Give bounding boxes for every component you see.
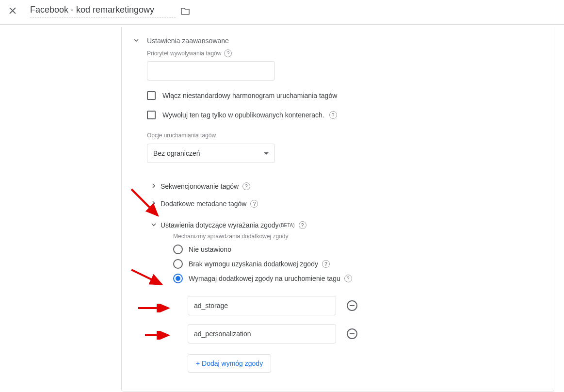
- checkbox-icon: [147, 111, 156, 119]
- advanced-settings-heading: Ustawienia zaawansowane: [147, 37, 229, 45]
- help-icon[interactable]: ?: [329, 111, 337, 119]
- custom-schedule-checkbox-row[interactable]: Włącz niestandardowy harmonogram urucham…: [147, 91, 542, 100]
- close-icon[interactable]: [9, 6, 16, 16]
- tag-sequencing-toggle[interactable]: Sekwencjonowanie tagów ?: [133, 182, 542, 190]
- help-icon[interactable]: ?: [242, 182, 250, 190]
- firing-options-select[interactable]: Bez ograniczeń: [147, 144, 275, 163]
- tag-sequencing-label: Sekwencjonowanie tagów: [161, 182, 239, 190]
- radio-icon: [173, 274, 183, 283]
- chevron-right-icon: [147, 182, 161, 190]
- tag-title-input[interactable]: [30, 5, 176, 17]
- chevron-down-icon: [133, 37, 147, 45]
- published-only-checkbox-row[interactable]: Wywołuj ten tag tylko w opublikowanych k…: [147, 111, 542, 119]
- radio-icon: [173, 259, 183, 269]
- consent-radio-not-set[interactable]: Nie ustawiono: [173, 245, 542, 254]
- custom-schedule-label: Włącz niestandardowy harmonogram urucham…: [162, 92, 337, 99]
- folder-icon[interactable]: [180, 7, 190, 16]
- dropdown-icon: [264, 152, 269, 155]
- published-only-label: Wywołuj ten tag tylko w opublikowanych k…: [162, 111, 324, 119]
- consent-subtitle: Mechanizmy sprawdzania dodatkowej zgody: [173, 233, 542, 240]
- advanced-settings-toggle[interactable]: Ustawienia zaawansowane: [133, 37, 542, 45]
- consent-type-input[interactable]: [188, 296, 336, 315]
- tag-metadata-label: Dodatkowe metadane tagów: [161, 200, 246, 208]
- priority-input[interactable]: [147, 61, 275, 81]
- checkbox-icon: [147, 91, 156, 100]
- consent-settings-toggle[interactable]: Ustawienia dotyczące wyrażania zgody (BE…: [133, 221, 542, 229]
- consent-type-input[interactable]: [188, 324, 336, 343]
- tag-metadata-toggle[interactable]: Dodatkowe metadane tagów ?: [133, 200, 542, 208]
- chevron-down-icon: [147, 221, 161, 229]
- consent-radio-label: Nie ustawiono: [189, 245, 231, 253]
- settings-panel: Ustawienia zaawansowane Priorytet wywoły…: [121, 27, 554, 392]
- beta-badge: (BETA): [279, 223, 295, 228]
- consent-radio-label: Brak wymogu uzyskania dodatkowej zgody: [189, 260, 318, 268]
- consent-radio-none-required[interactable]: Brak wymogu uzyskania dodatkowej zgody ?: [173, 259, 542, 269]
- consent-radio-label: Wymagaj dodatkowej zgody na uruchomienie…: [189, 275, 340, 282]
- help-icon[interactable]: ?: [250, 200, 258, 208]
- firing-options-value: Bez ograniczeń: [153, 149, 200, 157]
- firing-options-label: Opcje uruchamiania tagów: [147, 132, 542, 139]
- add-consent-requirement-button[interactable]: + Dodaj wymóg zgody: [188, 354, 271, 373]
- radio-icon: [173, 245, 183, 254]
- consent-radio-require[interactable]: Wymagaj dodatkowej zgody na uruchomienie…: [173, 274, 542, 283]
- help-icon[interactable]: ?: [322, 260, 330, 268]
- remove-icon[interactable]: [347, 300, 357, 311]
- help-icon[interactable]: ?: [224, 49, 232, 57]
- priority-label: Priorytet wywoływania tagów ?: [147, 49, 542, 57]
- chevron-right-icon: [147, 200, 161, 208]
- consent-heading: Ustawienia dotyczące wyrażania zgody: [161, 221, 279, 229]
- help-icon[interactable]: ?: [299, 221, 306, 229]
- help-icon[interactable]: ?: [344, 275, 352, 282]
- remove-icon[interactable]: [347, 328, 357, 339]
